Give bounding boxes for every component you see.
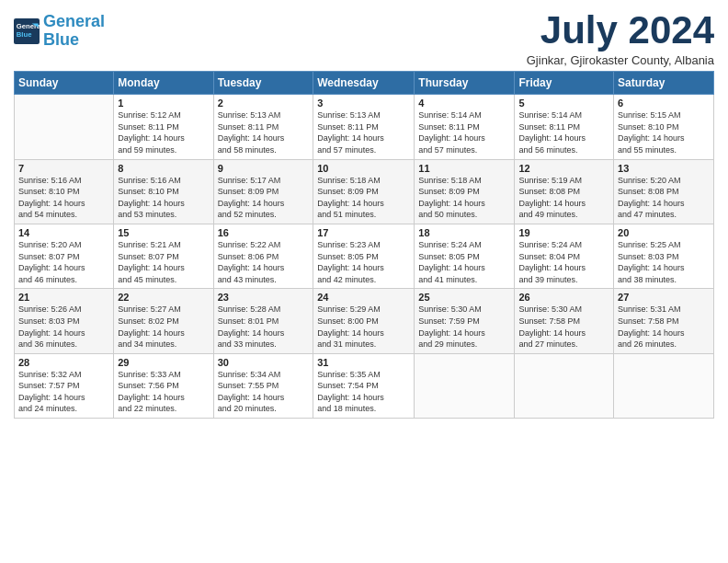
day-info: Sunrise: 5:14 AM Sunset: 8:11 PM Dayligh… [518, 109, 609, 155]
day-cell: 19Sunrise: 5:24 AM Sunset: 8:04 PM Dayli… [515, 224, 614, 288]
day-cell: 11Sunrise: 5:18 AM Sunset: 8:09 PM Dayli… [415, 159, 515, 224]
day-number: 9 [218, 163, 310, 174]
day-header-friday: Friday [515, 72, 614, 95]
day-cell: 5Sunrise: 5:14 AM Sunset: 8:11 PM Daylig… [515, 95, 614, 159]
day-cell: 17Sunrise: 5:23 AM Sunset: 8:05 PM Dayli… [313, 224, 415, 288]
day-cell: 15Sunrise: 5:21 AM Sunset: 8:07 PM Dayli… [114, 224, 213, 288]
day-info: Sunrise: 5:23 AM Sunset: 8:05 PM Dayligh… [317, 239, 410, 285]
day-number: 1 [118, 98, 209, 109]
day-info: Sunrise: 5:13 AM Sunset: 8:11 PM Dayligh… [317, 109, 410, 155]
logo: General Blue GeneralBlue [14, 13, 105, 50]
day-cell: 16Sunrise: 5:22 AM Sunset: 8:06 PM Dayli… [213, 224, 313, 288]
day-number: 27 [618, 292, 710, 303]
day-info: Sunrise: 5:22 AM Sunset: 8:06 PM Dayligh… [218, 239, 310, 285]
day-number: 5 [518, 98, 609, 109]
day-cell: 23Sunrise: 5:28 AM Sunset: 8:01 PM Dayli… [213, 289, 313, 353]
day-cell: 9Sunrise: 5:17 AM Sunset: 8:09 PM Daylig… [213, 159, 313, 224]
day-info: Sunrise: 5:13 AM Sunset: 8:11 PM Dayligh… [218, 109, 310, 155]
day-info: Sunrise: 5:33 AM Sunset: 7:56 PM Dayligh… [118, 369, 209, 415]
day-info: Sunrise: 5:21 AM Sunset: 8:07 PM Dayligh… [118, 239, 209, 285]
logo-text: GeneralBlue [43, 13, 105, 50]
day-info: Sunrise: 5:16 AM Sunset: 8:10 PM Dayligh… [18, 175, 109, 221]
day-cell: 8Sunrise: 5:16 AM Sunset: 8:10 PM Daylig… [114, 159, 213, 224]
day-number: 14 [18, 227, 109, 238]
subtitle: Gjinkar, Gjirokaster County, Albania [527, 53, 714, 67]
day-info: Sunrise: 5:29 AM Sunset: 8:00 PM Dayligh… [317, 304, 410, 350]
svg-text:General: General [17, 22, 40, 30]
day-number: 26 [518, 292, 609, 303]
day-info: Sunrise: 5:24 AM Sunset: 8:04 PM Dayligh… [518, 239, 609, 285]
day-number: 20 [618, 227, 710, 238]
day-cell: 10Sunrise: 5:18 AM Sunset: 8:09 PM Dayli… [313, 159, 415, 224]
day-info: Sunrise: 5:32 AM Sunset: 7:57 PM Dayligh… [18, 369, 109, 415]
day-number: 18 [418, 227, 510, 238]
calendar-container: General Blue GeneralBlue July 2024 Gjink… [0, 0, 728, 428]
day-number: 6 [618, 98, 710, 109]
day-info: Sunrise: 5:27 AM Sunset: 8:02 PM Dayligh… [118, 304, 209, 350]
calendar-table: SundayMondayTuesdayWednesdayThursdayFrid… [14, 71, 714, 419]
day-cell: 20Sunrise: 5:25 AM Sunset: 8:03 PM Dayli… [614, 224, 714, 288]
day-cell: 24Sunrise: 5:29 AM Sunset: 8:00 PM Dayli… [313, 289, 415, 353]
day-number: 22 [118, 292, 209, 303]
day-info: Sunrise: 5:31 AM Sunset: 7:58 PM Dayligh… [618, 304, 710, 350]
day-cell: 26Sunrise: 5:30 AM Sunset: 7:58 PM Dayli… [515, 289, 614, 353]
day-number: 8 [118, 163, 209, 174]
day-cell: 22Sunrise: 5:27 AM Sunset: 8:02 PM Dayli… [114, 289, 213, 353]
day-info: Sunrise: 5:18 AM Sunset: 8:09 PM Dayligh… [418, 175, 510, 221]
day-cell: 25Sunrise: 5:30 AM Sunset: 7:59 PM Dayli… [415, 289, 515, 353]
day-number: 30 [218, 357, 310, 368]
day-cell [614, 353, 714, 418]
day-number: 31 [317, 357, 410, 368]
day-info: Sunrise: 5:25 AM Sunset: 8:03 PM Dayligh… [618, 239, 710, 285]
day-info: Sunrise: 5:14 AM Sunset: 8:11 PM Dayligh… [418, 109, 510, 155]
day-cell: 31Sunrise: 5:35 AM Sunset: 7:54 PM Dayli… [313, 353, 415, 418]
logo-icon: General Blue [14, 18, 40, 44]
day-header-thursday: Thursday [415, 72, 515, 95]
day-cell [415, 353, 515, 418]
week-row-1: 1Sunrise: 5:12 AM Sunset: 8:11 PM Daylig… [15, 95, 714, 159]
day-cell: 29Sunrise: 5:33 AM Sunset: 7:56 PM Dayli… [114, 353, 213, 418]
month-title: July 2024 [527, 9, 714, 52]
day-info: Sunrise: 5:30 AM Sunset: 7:59 PM Dayligh… [418, 304, 510, 350]
day-number: 24 [317, 292, 410, 303]
day-number: 25 [418, 292, 510, 303]
day-cell [15, 95, 114, 159]
day-info: Sunrise: 5:24 AM Sunset: 8:05 PM Dayligh… [418, 239, 510, 285]
day-number: 4 [418, 98, 510, 109]
day-info: Sunrise: 5:28 AM Sunset: 8:01 PM Dayligh… [218, 304, 310, 350]
day-cell: 12Sunrise: 5:19 AM Sunset: 8:08 PM Dayli… [515, 159, 614, 224]
day-header-monday: Monday [114, 72, 213, 95]
header-row: SundayMondayTuesdayWednesdayThursdayFrid… [15, 72, 714, 95]
day-info: Sunrise: 5:15 AM Sunset: 8:10 PM Dayligh… [618, 109, 710, 155]
day-cell: 3Sunrise: 5:13 AM Sunset: 8:11 PM Daylig… [313, 95, 415, 159]
day-number: 13 [618, 163, 710, 174]
day-number: 12 [518, 163, 609, 174]
day-cell: 27Sunrise: 5:31 AM Sunset: 7:58 PM Dayli… [614, 289, 714, 353]
day-number: 15 [118, 227, 209, 238]
day-cell: 14Sunrise: 5:20 AM Sunset: 8:07 PM Dayli… [15, 224, 114, 288]
day-info: Sunrise: 5:26 AM Sunset: 8:03 PM Dayligh… [18, 304, 109, 350]
day-cell: 1Sunrise: 5:12 AM Sunset: 8:11 PM Daylig… [114, 95, 213, 159]
day-info: Sunrise: 5:35 AM Sunset: 7:54 PM Dayligh… [317, 369, 410, 415]
day-cell [515, 353, 614, 418]
week-row-2: 7Sunrise: 5:16 AM Sunset: 8:10 PM Daylig… [15, 159, 714, 224]
day-number: 7 [18, 163, 109, 174]
day-cell: 18Sunrise: 5:24 AM Sunset: 8:05 PM Dayli… [415, 224, 515, 288]
day-info: Sunrise: 5:34 AM Sunset: 7:55 PM Dayligh… [218, 369, 310, 415]
day-cell: 13Sunrise: 5:20 AM Sunset: 8:08 PM Dayli… [614, 159, 714, 224]
day-number: 19 [518, 227, 609, 238]
day-number: 29 [118, 357, 209, 368]
day-number: 16 [218, 227, 310, 238]
day-number: 21 [18, 292, 109, 303]
day-number: 17 [317, 227, 410, 238]
day-cell: 4Sunrise: 5:14 AM Sunset: 8:11 PM Daylig… [415, 95, 515, 159]
day-cell: 21Sunrise: 5:26 AM Sunset: 8:03 PM Dayli… [15, 289, 114, 353]
day-cell: 28Sunrise: 5:32 AM Sunset: 7:57 PM Dayli… [15, 353, 114, 418]
day-header-wednesday: Wednesday [313, 72, 415, 95]
day-info: Sunrise: 5:17 AM Sunset: 8:09 PM Dayligh… [218, 175, 310, 221]
day-info: Sunrise: 5:18 AM Sunset: 8:09 PM Dayligh… [317, 175, 410, 221]
svg-text:Blue: Blue [17, 30, 32, 39]
day-header-sunday: Sunday [15, 72, 114, 95]
day-info: Sunrise: 5:16 AM Sunset: 8:10 PM Dayligh… [118, 175, 209, 221]
week-row-4: 21Sunrise: 5:26 AM Sunset: 8:03 PM Dayli… [15, 289, 714, 353]
